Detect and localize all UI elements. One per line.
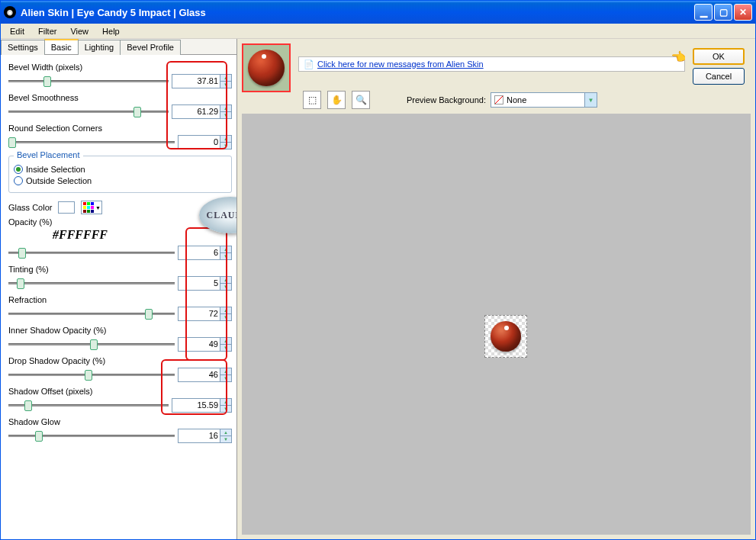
cancel-button[interactable]: Cancel <box>693 68 745 85</box>
bevel-placement-group: Bevel Placement Inside Selection Outside… <box>8 156 232 193</box>
color-palette-button[interactable]: ▼ <box>81 201 102 214</box>
preview-toolbar: ⬚ ✋ 🔍 Preview Background: None ▼ <box>298 89 751 114</box>
inner-shadow-input[interactable] <box>178 337 220 352</box>
hex-annotation: #FFFFFF <box>53 228 232 242</box>
param-opacity: Opacity (%) #FFFFFF ▲▼ <box>8 217 232 260</box>
menu-edit[interactable]: Edit <box>4 25 31 37</box>
opacity-slider[interactable] <box>8 245 175 260</box>
none-swatch-icon <box>494 95 503 104</box>
tab-bevel-profile[interactable]: Bevel Profile <box>120 40 181 55</box>
bevel-smoothness-spinner[interactable]: ▲▼ <box>220 104 232 119</box>
titlebar: ◉ Alien Skin | Eye Candy 5 Impact | Glas… <box>1 1 755 24</box>
param-drop-shadow: Drop Shadow Opacity (%) ▲▼ <box>8 356 232 382</box>
shadow-offset-slider[interactable] <box>8 397 169 413</box>
menubar: Edit Filter View Help <box>1 24 755 39</box>
param-shadow-glow: Shadow Glow ▲▼ <box>8 417 232 443</box>
inner-shadow-spinner[interactable]: ▲▼ <box>220 337 232 352</box>
menu-help[interactable]: Help <box>96 25 126 37</box>
menu-filter[interactable]: Filter <box>32 25 63 37</box>
chevron-down-icon: ▼ <box>584 93 597 107</box>
refraction-input[interactable] <box>178 307 220 321</box>
shadow-glow-spinner[interactable]: ▲▼ <box>220 429 232 443</box>
window-title: Alien Skin | Eye Candy 5 Impact | Glass <box>21 7 206 18</box>
drop-shadow-input[interactable] <box>178 368 220 382</box>
tab-settings[interactable]: Settings <box>1 40 45 55</box>
drop-shadow-spinner[interactable]: ▲▼ <box>220 368 232 382</box>
shadow-glow-input[interactable] <box>178 429 220 443</box>
app-window: ◉ Alien Skin | Eye Candy 5 Impact | Glas… <box>0 0 756 540</box>
bevel-width-spinner[interactable]: ▲▼ <box>220 74 232 88</box>
pointer-tool-icon[interactable]: ⬚ <box>303 91 321 109</box>
bevel-smoothness-input[interactable] <box>172 104 220 119</box>
message-link[interactable]: Click here for new messages from Alien S… <box>317 59 484 69</box>
app-icon: ◉ <box>4 6 16 18</box>
round-corners-input[interactable] <box>178 135 220 149</box>
shadow-glow-slider[interactable] <box>8 428 175 443</box>
param-tinting: Tinting (%) ▲▼ <box>8 265 232 291</box>
refraction-spinner[interactable]: ▲▼ <box>220 307 232 321</box>
hand-tool-icon[interactable]: ✋ <box>327 91 346 109</box>
bevel-smoothness-slider[interactable] <box>8 104 169 119</box>
tab-basic[interactable]: Basic <box>44 39 79 54</box>
preview-top: 📄 Click here for new messages from Alien… <box>237 39 755 114</box>
maximize-button[interactable]: ▢ <box>714 4 732 21</box>
tinting-spinner[interactable]: ▲▼ <box>220 276 232 291</box>
radio-inside-selection[interactable]: Inside Selection <box>14 165 227 174</box>
tab-lighting[interactable]: Lighting <box>78 40 121 55</box>
tabs: Settings Basic Lighting Bevel Profile <box>1 39 236 55</box>
glass-color-swatch[interactable] <box>58 201 75 214</box>
zoom-tool-icon[interactable]: 🔍 <box>352 91 370 109</box>
round-corners-spinner[interactable]: ▲▼ <box>220 135 232 149</box>
preview-bg-label: Preview Background: <box>407 95 486 104</box>
param-refraction: Refraction ▲▼ <box>8 295 232 321</box>
bevel-width-slider[interactable] <box>8 73 169 88</box>
shadow-offset-spinner[interactable]: ▲▼ <box>220 398 232 413</box>
param-bevel-width: Bevel Width (pixels) ▲▼ <box>8 63 232 88</box>
param-round-corners: Round Selection Corners ▲▼ <box>8 124 232 149</box>
round-corners-slider[interactable] <box>8 134 175 149</box>
hand-icon: 👉 <box>671 50 687 64</box>
preview-object <box>487 318 524 355</box>
preview-thumbnail[interactable] <box>242 43 291 92</box>
button-column: 👉OK Cancel <box>693 43 751 85</box>
refraction-slider[interactable] <box>8 306 175 321</box>
opacity-spinner[interactable]: ▲▼ <box>220 246 232 260</box>
bevel-width-input[interactable] <box>172 74 220 88</box>
inner-shadow-slider[interactable] <box>8 336 175 352</box>
sidebar: Settings Basic Lighting Bevel Profile Be… <box>1 39 237 539</box>
shadow-offset-input[interactable] <box>172 398 220 413</box>
content: Settings Basic Lighting Bevel Profile Be… <box>1 39 755 539</box>
basic-panel: Bevel Width (pixels) ▲▼ Bevel Smoothness… <box>1 55 236 539</box>
menu-view[interactable]: View <box>64 25 95 37</box>
preview-canvas[interactable] <box>242 114 751 535</box>
ok-button[interactable]: 👉OK <box>693 48 745 65</box>
glass-color-row: Glass Color ▼ <box>8 201 232 214</box>
preview-bg-dropdown[interactable]: None ▼ <box>491 92 597 108</box>
param-bevel-smoothness: Bevel Smoothness ▲▼ <box>8 93 232 119</box>
radio-outside-selection[interactable]: Outside Selection <box>14 176 227 185</box>
param-inner-shadow: Inner Shadow Opacity (%) ▲▼ <box>8 326 232 352</box>
tinting-slider[interactable] <box>8 275 175 291</box>
param-shadow-offset: Shadow Offset (pixels) ▲▼ <box>8 387 232 413</box>
flag-icon: 📄 <box>304 59 314 69</box>
preview-area: 📄 Click here for new messages from Alien… <box>237 39 755 539</box>
tinting-input[interactable] <box>178 276 220 291</box>
minimize-button[interactable]: ▁ <box>694 4 713 21</box>
close-button[interactable]: ✕ <box>734 4 752 21</box>
opacity-input[interactable] <box>178 246 220 260</box>
drop-shadow-slider[interactable] <box>8 367 175 382</box>
message-link-bar: 📄 Click here for new messages from Alien… <box>298 56 685 72</box>
